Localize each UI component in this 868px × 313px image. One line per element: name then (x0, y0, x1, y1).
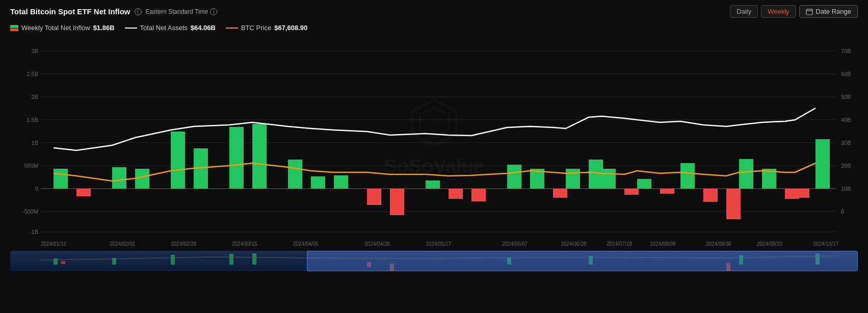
svg-text:2024/02/02: 2024/02/02 (110, 241, 135, 247)
svg-text:1.5B: 1.5B (27, 117, 38, 123)
timezone-info-icon[interactable]: i (210, 8, 217, 15)
header-left: Total Bitcoin Spot ETF Net Inflow i East… (10, 7, 217, 16)
svg-text:70B: 70B (841, 48, 851, 54)
bar-32 (816, 139, 830, 189)
legend-weekly-inflow: Weekly Total Net Inflow $1.86B (10, 24, 115, 32)
svg-text:2024/06/28: 2024/06/28 (561, 241, 586, 247)
svg-text:50B: 50B (841, 94, 851, 100)
main-chart-svg: 3B 2.5B 2B 1.5B 1B 500M 0 -500M -1B 70B … (10, 36, 858, 250)
bar-13 (426, 180, 440, 189)
svg-text:-500M: -500M (22, 208, 38, 215)
svg-text:2024/10/17: 2024/10/17 (813, 241, 838, 247)
bar-14 (449, 189, 463, 199)
total-assets-line (54, 108, 816, 150)
svg-text:500M: 500M (24, 163, 38, 169)
svg-text:2024/08/09: 2024/08/09 (650, 241, 675, 247)
bar-22 (624, 189, 639, 195)
header: Total Bitcoin Spot ETF Net Inflow i East… (0, 0, 868, 21)
svg-text:20B: 20B (841, 163, 851, 169)
svg-text:30B: 30B (841, 140, 851, 146)
title-info-icon[interactable]: i (135, 8, 142, 15)
svg-text:0: 0 (841, 208, 844, 215)
legend-btc-price: BTC Price $67,608.90 (226, 24, 307, 32)
svg-text:2024/04/26: 2024/04/26 (364, 241, 390, 247)
bar-16 (507, 165, 521, 189)
svg-text:40B: 40B (841, 117, 851, 123)
bar-4 (171, 132, 185, 189)
page-title: Total Bitcoin Spot ETF Net Inflow (10, 7, 130, 16)
bar-15 (471, 189, 486, 201)
svg-text:2.5B: 2.5B (27, 71, 38, 77)
svg-text:60B: 60B (841, 71, 851, 77)
svg-rect-0 (806, 9, 812, 15)
svg-rect-51 (171, 255, 175, 265)
bar-21 (601, 169, 616, 189)
bar-7 (252, 124, 267, 189)
svg-text:2024/01/12: 2024/01/12 (41, 241, 66, 247)
svg-text:2024/05/17: 2024/05/17 (426, 241, 451, 247)
bar-1 (76, 189, 91, 196)
svg-text:2024/09/20: 2024/09/20 (757, 241, 782, 247)
svg-text:2024/08/30: 2024/08/30 (706, 241, 731, 247)
svg-text:2024/02/23: 2024/02/23 (171, 241, 196, 247)
bar-2 (112, 167, 126, 189)
bar-27 (726, 189, 741, 219)
bar-20 (589, 160, 603, 189)
date-range-button[interactable]: Date Range (799, 5, 858, 18)
svg-text:2024/04/05: 2024/04/05 (293, 241, 319, 247)
weekly-button[interactable]: Weekly (761, 5, 796, 18)
bar-18 (553, 189, 567, 198)
bar-25 (680, 163, 695, 189)
btc-price-line-color (226, 28, 238, 29)
legend-total-assets: Total Net Assets $64.06B (125, 24, 216, 32)
total-assets-line-color (125, 28, 137, 29)
weekly-inflow-color (10, 25, 18, 31)
bar-3 (135, 169, 149, 189)
svg-text:2024/07/19: 2024/07/19 (607, 241, 632, 247)
bar-28 (739, 159, 753, 189)
svg-rect-52 (229, 254, 233, 265)
bar-19 (566, 169, 580, 189)
daily-button[interactable]: Daily (730, 5, 758, 18)
svg-rect-53 (252, 253, 256, 265)
svg-text:3B: 3B (32, 48, 38, 54)
bar-31 (795, 189, 809, 198)
chart-area: S SoSoValue sosovalue.com 3B 2.5B 2B 1.5… (10, 36, 858, 250)
svg-text:1B: 1B (32, 140, 38, 146)
bar-23 (637, 179, 651, 189)
svg-text:2024/06/07: 2024/06/07 (502, 241, 528, 247)
legend-bar: Weekly Total Net Inflow $1.86B Total Net… (0, 21, 868, 34)
bar-11 (367, 189, 381, 205)
timezone-label: Eastern Standard Time i (146, 8, 218, 15)
svg-text:-1B: -1B (30, 229, 38, 235)
svg-rect-49 (61, 261, 65, 264)
bar-9 (311, 176, 325, 189)
header-right: Daily Weekly Date Range (730, 5, 858, 18)
bar-24 (660, 189, 674, 194)
bar-0 (54, 169, 68, 189)
bar-6 (229, 127, 244, 189)
bar-8 (288, 160, 302, 189)
svg-text:2B: 2B (32, 94, 38, 100)
bar-12 (390, 189, 404, 215)
svg-text:0: 0 (35, 186, 38, 192)
minimap-selection[interactable] (307, 251, 858, 271)
calendar-icon (806, 8, 813, 15)
bar-10 (334, 175, 348, 189)
svg-text:2024/03/15: 2024/03/15 (232, 241, 257, 247)
bar-26 (703, 189, 718, 202)
svg-text:10B: 10B (841, 186, 851, 192)
minimap-area[interactable] (10, 251, 858, 271)
